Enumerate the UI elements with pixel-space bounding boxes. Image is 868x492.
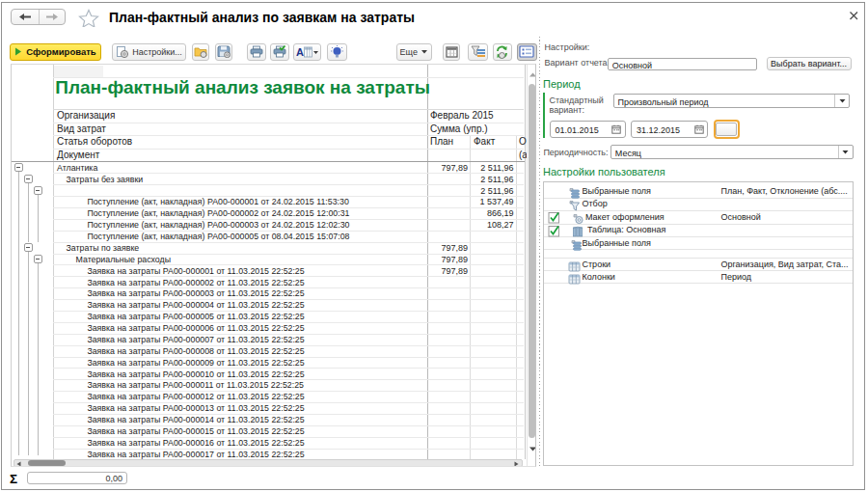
svg-text:A: A	[296, 46, 304, 58]
